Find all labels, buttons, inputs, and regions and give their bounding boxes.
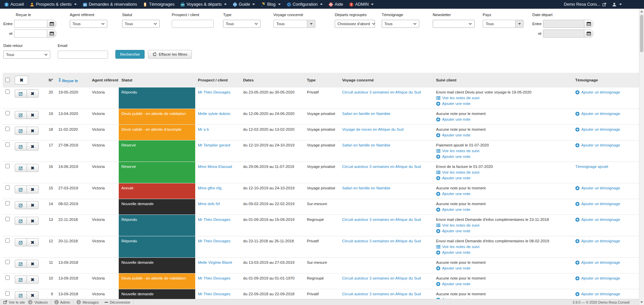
client-link[interactable]: Melle sylvie dubois [198, 112, 230, 116]
recue-le-to-input[interactable] [14, 29, 47, 38]
client-link[interactable]: Melle Virginie Blaret [198, 260, 232, 264]
delete-row-button[interactable]: ✖ [26, 260, 39, 268]
select-all-checkbox[interactable] [5, 78, 10, 82]
footer-stat-visiteurs[interactable]: 0Visiteurs [28, 300, 51, 304]
voyage-link[interactable]: Circuit autotour 3 semaines en Afrique d… [342, 292, 421, 296]
nav-item-prospects-clients[interactable]: Prospects & clients [27, 0, 79, 9]
edit-row-button[interactable] [15, 201, 27, 209]
nav-item-configuration[interactable]: Configuration [284, 0, 326, 9]
delete-row-button[interactable]: ✖ [26, 238, 39, 246]
client-link[interactable]: Mr a b [198, 127, 209, 131]
voyage-link[interactable]: Circuit autotour 3 semaines en Afrique d… [342, 165, 421, 169]
view-site-link[interactable]: Voir le site [3, 300, 28, 304]
delete-row-button[interactable]: ✖ [26, 291, 39, 299]
delete-row-button[interactable]: ✖ [26, 217, 39, 225]
delete-row-button[interactable]: ✖ [26, 185, 39, 193]
edit-row-button[interactable] [15, 111, 27, 119]
voyage-link[interactable]: Safari en famille en Namibie [342, 112, 390, 116]
footer-stat-messages[interactable]: 0Messages [73, 300, 102, 304]
statut-select[interactable]: Tous [122, 20, 160, 28]
add-note-link[interactable]: Ajouter une note [436, 117, 570, 122]
row-checkbox[interactable] [5, 217, 10, 221]
newsletter-select[interactable] [433, 20, 475, 28]
email-input[interactable] [58, 51, 108, 59]
edit-row-button[interactable] [15, 164, 27, 172]
nav-item-blog[interactable]: Blog [258, 0, 283, 9]
edit-row-button[interactable] [15, 89, 27, 98]
date-depart-from-input[interactable] [543, 20, 584, 28]
row-checkbox[interactable] [5, 111, 10, 115]
scrollbar-down-arrow[interactable] [640, 301, 643, 303]
nav-item-aide[interactable]: Aide [326, 0, 346, 9]
delete-row-button[interactable]: ✖ [26, 127, 39, 135]
scrollbar-up-arrow[interactable] [640, 10, 643, 12]
voyage-link[interactable]: Safari en famille en Namibie [342, 186, 390, 190]
departs-regroupes-select[interactable]: Choisissez d'abord [335, 20, 375, 28]
voyage-link[interactable]: Safari en famille en Namibie [342, 143, 390, 147]
add-note-link[interactable]: Ajouter une note [436, 175, 570, 181]
row-checkbox[interactable] [5, 142, 10, 147]
add-temoignage-link[interactable]: Ajouter un témoignage [575, 185, 639, 191]
row-checkbox[interactable] [5, 89, 10, 94]
client-link[interactable]: Mr Théo Desvages [198, 276, 230, 280]
bulk-delete-button[interactable]: ✖ [15, 76, 28, 84]
add-temoignage-link[interactable]: Ajouter un témoignage [575, 127, 639, 132]
delete-row-button[interactable]: ✖ [26, 164, 39, 172]
row-checkbox[interactable] [5, 260, 10, 264]
vertical-scrollbar[interactable] [639, 9, 644, 305]
edit-row-button[interactable] [15, 127, 27, 135]
nav-item-admin[interactable]: ADMIN [346, 0, 377, 9]
client-link[interactable]: Mr Templier gerard [198, 143, 230, 147]
view-notes-link[interactable]: Voir les notes de suivi [436, 170, 570, 175]
logout-link[interactable]: Déconnexion [102, 300, 133, 304]
voyage-link[interactable]: Voyage de noces en Afrique du Sud [342, 127, 404, 131]
add-note-link[interactable]: Ajouter une note [436, 132, 570, 138]
add-temoignage-link[interactable]: Ajouter un témoignage [575, 89, 639, 95]
agent-select[interactable]: Tous [70, 20, 107, 28]
add-note-link[interactable]: Ajouter une note [436, 101, 570, 107]
date-depart-to-input[interactable] [543, 29, 584, 38]
voyage-concerne-combobox[interactable]: Tous [273, 20, 315, 28]
edit-row-button[interactable] [15, 276, 27, 284]
add-note-link[interactable]: Ajouter une note [436, 154, 570, 160]
scrollbar-thumb[interactable] [640, 15, 643, 52]
calendar-button[interactable] [584, 29, 593, 38]
calendar-button[interactable] [47, 29, 56, 38]
add-temoignage-link[interactable]: Ajouter un témoignage [575, 111, 639, 117]
delete-row-button[interactable]: ✖ [26, 111, 39, 119]
user-menu[interactable] [612, 2, 622, 7]
view-notes-link[interactable]: Voir les notes de suivi [436, 148, 570, 154]
view-notes-link[interactable]: Voir les notes de suivi [436, 223, 570, 228]
client-link[interactable]: Mr Théo Desvages [198, 218, 230, 222]
delete-row-button[interactable]: ✖ [26, 276, 39, 284]
combobox-caret-button[interactable] [515, 20, 524, 28]
edit-row-button[interactable] [15, 238, 27, 246]
nav-item-demandes-reservations[interactable]: Demandes & réservations [80, 0, 140, 9]
client-link[interactable]: Mme Mona Elassad [198, 165, 232, 169]
nav-item-temoignages[interactable]: Témoignages [140, 0, 177, 9]
nav-item-accueil[interactable]: Accueil [1, 0, 27, 9]
edit-row-button[interactable] [15, 291, 27, 299]
row-checkbox[interactable] [5, 238, 10, 243]
nav-item-guide[interactable]: Guide [230, 0, 258, 9]
add-note-link[interactable]: Ajouter une note [436, 191, 570, 197]
rechercher-button[interactable]: Rechercher [115, 50, 145, 59]
delete-row-button[interactable]: ✖ [26, 201, 39, 209]
add-note-link[interactable]: Ajouter une note [436, 265, 570, 271]
temoignage-select[interactable]: Tous [382, 20, 419, 28]
row-checkbox[interactable] [5, 164, 10, 168]
client-link[interactable]: Mme gfhn nfg [198, 186, 221, 190]
header-recue-le-sort[interactable]: Reçue le [56, 73, 89, 87]
pays-combobox[interactable]: Tous [483, 20, 524, 28]
row-checkbox[interactable] [5, 127, 10, 131]
add-temoignage-link[interactable]: Ajouter un témoignage [575, 276, 639, 281]
voyage-link[interactable]: Circuit autotour 3 semaines en Afrique d… [342, 90, 421, 94]
client-link[interactable]: Mr Théo Desvages [198, 239, 230, 243]
client-link[interactable]: Mr Théo Desvages [198, 292, 230, 296]
add-temoignage-link[interactable]: Ajouter un témoignage [575, 260, 639, 265]
footer-stat-admin[interactable]: 1Admin [51, 300, 74, 304]
row-checkbox[interactable] [5, 201, 10, 205]
add-note-link[interactable]: Ajouter une note [436, 207, 570, 212]
add-temoignage-link[interactable]: Ajouter un témoignage [575, 142, 639, 148]
effacer-filtres-button[interactable]: Effacer les filtres [148, 50, 192, 59]
